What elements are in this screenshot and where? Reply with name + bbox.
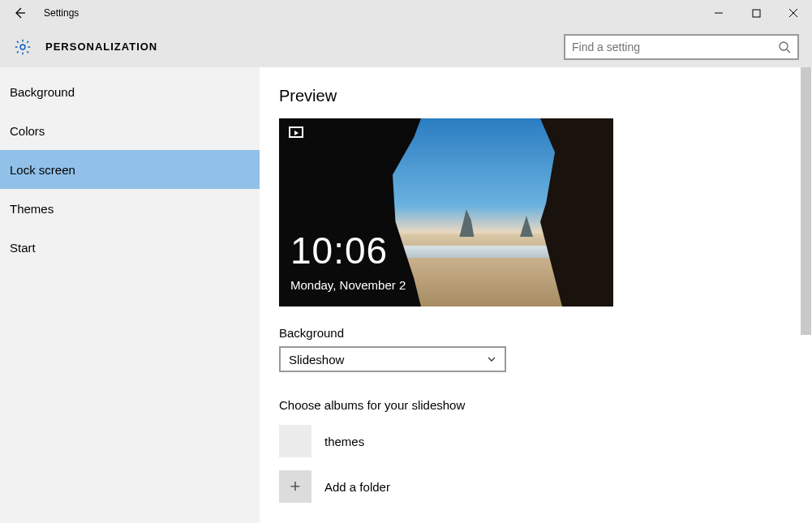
albums-heading: Choose albums for your slideshow — [279, 398, 812, 412]
minimize-button[interactable] — [700, 0, 737, 26]
chevron-down-icon — [487, 354, 496, 364]
vertical-scrollbar[interactable] — [801, 67, 812, 523]
content-pane: Preview 10:06 Monday, November 2 Backgro… — [260, 67, 812, 523]
album-label: themes — [324, 435, 364, 448]
sidebar-item-label: Themes — [10, 202, 54, 216]
sidebar: Background Colors Lock screen Themes Sta… — [0, 67, 260, 523]
maximize-icon — [752, 9, 761, 18]
search-icon — [778, 41, 791, 54]
sidebar-item-lock-screen[interactable]: Lock screen — [0, 150, 260, 189]
lockscreen-date: Monday, November 2 — [290, 278, 406, 292]
background-label: Background — [279, 326, 812, 340]
arrow-left-icon — [13, 6, 26, 19]
body: Background Colors Lock screen Themes Sta… — [0, 67, 812, 523]
plus-icon: + — [279, 470, 311, 503]
minimize-icon — [714, 8, 724, 18]
add-folder-label: Add a folder — [324, 480, 390, 494]
svg-rect-0 — [753, 10, 760, 17]
sidebar-item-label: Start — [10, 241, 36, 255]
album-item[interactable]: themes — [279, 425, 812, 457]
preview-sand — [393, 258, 573, 307]
lockscreen-preview: 10:06 Monday, November 2 — [279, 118, 613, 307]
sidebar-item-label: Lock screen — [10, 163, 75, 177]
background-dropdown[interactable]: Slideshow — [279, 346, 506, 372]
back-button[interactable] — [0, 0, 39, 26]
albums-section: Choose albums for your slideshow themes … — [279, 398, 812, 503]
add-folder-button[interactable]: + Add a folder — [279, 470, 812, 503]
sidebar-item-label: Colors — [10, 124, 45, 138]
search-input[interactable] — [572, 41, 778, 54]
sidebar-item-themes[interactable]: Themes — [0, 189, 260, 228]
maximize-button[interactable] — [737, 0, 775, 26]
section-title: PERSONALIZATION — [45, 41, 157, 53]
close-button[interactable] — [775, 0, 812, 26]
svg-point-2 — [780, 42, 788, 50]
slideshow-icon — [289, 126, 303, 138]
svg-point-1 — [20, 45, 25, 49]
search-box[interactable] — [564, 34, 799, 60]
album-thumbnail — [279, 425, 311, 457]
background-dropdown-value: Slideshow — [289, 353, 344, 367]
sidebar-item-label: Background — [10, 85, 75, 99]
header-band: PERSONALIZATION — [0, 26, 812, 67]
close-icon — [788, 8, 798, 18]
sidebar-item-start[interactable]: Start — [0, 228, 260, 267]
titlebar: Settings — [0, 0, 812, 26]
settings-gear-icon — [13, 37, 32, 57]
lockscreen-time: 10:06 — [290, 229, 388, 272]
scrollbar-thumb[interactable] — [801, 67, 811, 335]
window-title: Settings — [44, 7, 79, 19]
sidebar-item-background[interactable]: Background — [0, 72, 260, 111]
sidebar-item-colors[interactable]: Colors — [0, 111, 260, 150]
preview-heading: Preview — [279, 87, 812, 105]
